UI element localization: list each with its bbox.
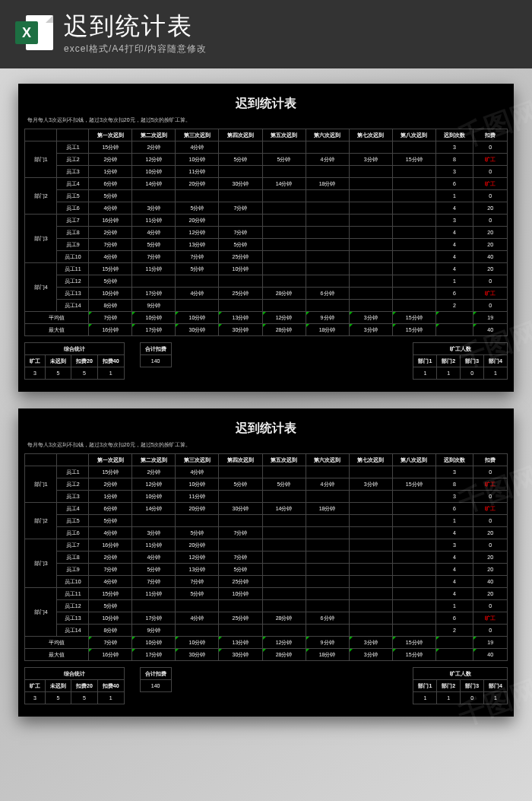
late-cell <box>306 515 349 527</box>
late-cell: 1分钟 <box>89 491 132 503</box>
col-header: 扣费 <box>473 454 508 466</box>
emp-cell: 员工14 <box>57 300 89 312</box>
late-cell: 2分钟 <box>132 466 176 478</box>
max-label: 最大值 <box>25 324 89 336</box>
emp-cell: 员工2 <box>57 478 89 491</box>
late-cell: 25分钟 <box>219 288 262 300</box>
late-cell: 5分钟 <box>132 239 176 251</box>
avg-cell: 15分钟 <box>392 637 435 649</box>
late-cell <box>349 564 392 576</box>
count-cell: 4 <box>435 551 473 564</box>
late-table: 第一次迟到第二次迟到第三次迟到第四次迟到第五次迟到第六次迟到第七次迟到第八次迟到… <box>24 453 508 661</box>
total-fee-value: 140 <box>140 355 171 367</box>
late-cell <box>349 300 392 312</box>
max-cell: 30分钟 <box>176 324 219 336</box>
max-cell: 3分钟 <box>349 324 392 336</box>
excel-icon: X <box>15 15 53 53</box>
late-cell <box>219 600 262 612</box>
late-cell: 12分钟 <box>176 551 219 564</box>
late-cell <box>306 491 349 503</box>
late-cell <box>262 263 306 275</box>
summary-header: 旷工 <box>25 355 46 367</box>
late-cell <box>392 612 435 625</box>
max-cell: 16分钟 <box>89 324 132 336</box>
summary-table: 综合统计旷工未迟到扣费20扣费403551 <box>24 667 125 704</box>
max-cell: 15分钟 <box>392 649 435 661</box>
late-cell <box>219 215 262 227</box>
max-cell: 17分钟 <box>132 324 176 336</box>
late-cell: 11分钟 <box>132 588 176 600</box>
late-cell <box>262 275 306 288</box>
emp-cell: 员工14 <box>57 625 89 637</box>
late-cell: 4分钟 <box>176 612 219 625</box>
count-cell: 4 <box>435 588 473 600</box>
count-cell: 4 <box>435 239 473 251</box>
late-cell: 10分钟 <box>89 612 132 625</box>
emp-cell: 员工7 <box>57 215 89 227</box>
late-cell <box>262 491 306 503</box>
late-cell <box>132 515 176 527</box>
col-header: 第五次迟到 <box>262 454 306 466</box>
late-cell <box>306 576 349 588</box>
late-cell <box>306 202 349 215</box>
late-cell <box>262 227 306 239</box>
summary-value: 3 <box>25 367 46 380</box>
late-cell <box>306 166 349 178</box>
emp-cell: 员工10 <box>57 251 89 263</box>
late-cell <box>262 166 306 178</box>
late-cell <box>349 239 392 251</box>
dept-cell: 部门2 <box>25 503 57 539</box>
col-header: 第四次迟到 <box>219 454 262 466</box>
late-cell: 3分钟 <box>349 154 392 166</box>
col-header: 迟到次数 <box>435 129 473 141</box>
count-cell: 3 <box>435 466 473 478</box>
late-cell <box>349 215 392 227</box>
late-cell <box>262 551 306 564</box>
avg-cell: 15分钟 <box>392 312 435 324</box>
late-cell: 20分钟 <box>176 539 219 551</box>
dept-cell: 部门3 <box>25 539 57 588</box>
late-cell <box>306 466 349 478</box>
late-cell <box>392 239 435 251</box>
emp-cell: 员工3 <box>57 166 89 178</box>
col-header: 迟到次数 <box>435 454 473 466</box>
emp-cell: 员工5 <box>57 190 89 202</box>
sheet-title: 迟到统计表 <box>24 91 508 115</box>
late-cell <box>262 202 306 215</box>
max-cell: 28分钟 <box>262 649 306 661</box>
dept-summary-header: 部门1 <box>413 680 437 692</box>
late-cell <box>262 564 306 576</box>
late-cell: 2分钟 <box>132 141 176 154</box>
fee-cell: 0 <box>473 600 508 612</box>
late-cell <box>262 576 306 588</box>
emp-cell: 员工8 <box>57 551 89 564</box>
late-cell: 5分钟 <box>89 275 132 288</box>
late-cell: 7分钟 <box>219 527 262 539</box>
late-cell <box>262 588 306 600</box>
late-cell: 2分钟 <box>89 154 132 166</box>
avg-cell: 3分钟 <box>349 637 392 649</box>
late-cell <box>349 178 392 190</box>
late-cell: 5分钟 <box>219 478 262 491</box>
late-cell <box>262 141 306 154</box>
dept-summary-value: 1 <box>413 692 437 704</box>
emp-cell: 员工7 <box>57 539 89 551</box>
late-cell: 5分钟 <box>89 600 132 612</box>
late-cell <box>306 227 349 239</box>
table-row: 员工97分钟5分钟13分钟5分钟420 <box>25 239 508 251</box>
late-cell: 6分钟 <box>306 612 349 625</box>
emp-cell: 员工3 <box>57 491 89 503</box>
avg-cell: 10分钟 <box>132 637 176 649</box>
late-cell <box>176 625 219 637</box>
emp-cell: 员工11 <box>57 588 89 600</box>
late-cell: 5分钟 <box>89 515 132 527</box>
emp-cell: 员工9 <box>57 239 89 251</box>
max-cell: 30分钟 <box>176 649 219 661</box>
late-cell: 15分钟 <box>89 141 132 154</box>
late-cell: 7分钟 <box>89 564 132 576</box>
late-cell <box>306 625 349 637</box>
max-label: 最大值 <box>25 649 89 661</box>
table-row: 员工104分钟7分钟7分钟25分钟440 <box>25 251 508 263</box>
late-cell <box>349 275 392 288</box>
late-cell: 14分钟 <box>262 503 306 515</box>
